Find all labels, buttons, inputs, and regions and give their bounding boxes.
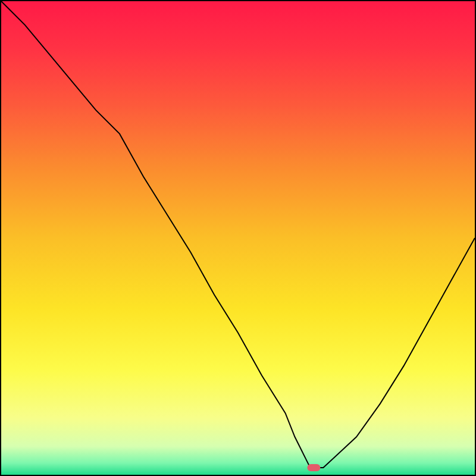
gradient-background xyxy=(1,1,475,475)
chart-container: TheBottleneck.com xyxy=(0,0,476,476)
bottleneck-plot xyxy=(1,1,475,475)
minimum-marker xyxy=(307,464,320,471)
